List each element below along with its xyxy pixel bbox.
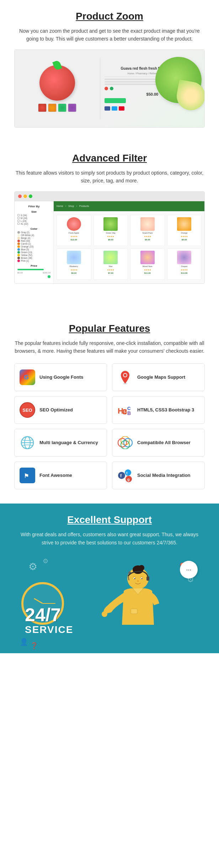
advanced-filter-title: Advanced Filter [14,153,205,164]
feature-font-awesome: ⚑ Font Awesome [14,462,107,489]
filter-window: Filter By Size S (34) M (24) L (24) XL (… [15,192,204,283]
nav-home[interactable]: Home [57,205,63,207]
color-brown[interactable]: Brown (30) [17,257,50,259]
color-red[interactable]: Red (33) [17,240,50,242]
filter-product-6[interactable]: Kiwi ★★★★ $7.00 [94,248,128,280]
color-pink[interactable]: Pink (1) [17,260,50,262]
fp8-name: Grapes [181,265,187,267]
fp6-name: Kiwi [109,265,112,267]
fp7-price: $11.00 [144,272,151,274]
svg-rect-36 [146,576,149,581]
filter-product-3[interactable]: Snack Pack ★★★★ $5.00 [130,215,165,246]
color-red[interactable] [105,87,108,90]
product-zoom-title: Product Zoom [14,11,205,22]
filter-main-content: Home › Shop › Products Fresh Apple ★★★★ … [54,201,204,283]
price-bar [17,269,44,270]
color-yellow[interactable]: Yellow (52) [17,254,50,256]
size-s[interactable]: S (34) [17,214,50,217]
nav-sep2: › [76,205,77,207]
fp6-price: $7.00 [108,272,113,274]
fp1-stars: ★★★★ [70,235,78,238]
size-l[interactable]: L (24) [17,220,50,222]
svg-rect-37 [131,609,137,614]
fp4-stars: ★★★★ [181,235,188,238]
tl-close[interactable] [18,195,22,198]
zoom-twitter[interactable] [112,106,117,111]
color-offwhite[interactable]: Off-White (4) [17,234,50,236]
filter-product-1[interactable]: Fresh Apple ★★★★ $12.00 [57,215,91,246]
color-orange[interactable]: Orange (15) [17,245,50,248]
price-min: $0.00 [17,272,23,274]
svg-point-33 [137,580,139,582]
checkbox-xl[interactable] [17,223,20,225]
zoom-pinterest[interactable] [119,106,124,111]
clock-minute-hand [43,603,55,604]
nav-shop[interactable]: Shop [68,205,74,207]
zoom-mockup: Guava red flesh fresh fruit plants tree … [15,50,204,127]
feature-google-maps: Google Maps Support [112,363,205,391]
filter-image-container: Filter By Size S (34) M (24) L (24) XL (… [14,191,205,284]
dot-offwhite [17,234,20,236]
color-green[interactable]: Green (13) [17,251,50,254]
nav-products[interactable]: Products [79,205,89,207]
zoom-add-to-cart[interactable] [105,98,126,103]
support-247-text: 24/7 SERVICE [25,606,73,635]
filter-sidebar: Filter By Size S (34) M (24) L (24) XL (… [15,201,54,283]
zoom-thumb-2 [48,103,57,112]
fp2-price: $8.00 [108,239,113,241]
checkbox-m[interactable] [17,217,20,219]
filter-product-4[interactable]: Orange ★★★★ $6.00 [167,215,202,246]
filter-product-7[interactable]: Mixed Nuts ★★★★ $11.00 [130,248,165,280]
checkbox-s[interactable] [17,214,20,216]
user-icon: 👤 [20,638,28,646]
filter-product-2[interactable]: Green Veg ★★★★ $8.00 [94,215,128,246]
guava-big [155,57,202,103]
dot-beige [17,237,20,239]
dot-orange [17,245,20,248]
svg-point-3 [124,374,127,377]
feature-multilang: Multi language & Currency [14,429,107,457]
clock-hour-hand [34,598,43,604]
product-zoom-section: Product Zoom Now you can zoom the produc… [0,0,219,135]
dot-brown [17,257,20,259]
color-beige[interactable]: Beige (4) [17,237,50,239]
size-xl[interactable]: XL (22) [17,223,50,225]
browser-label: Compatibile All Browser [137,440,191,446]
filter-product-5[interactable]: Blueberry ★★★★ $9.00 [57,248,91,280]
tl-minimize[interactable] [23,195,27,198]
fa-svg: ⚑ [22,470,33,481]
fp5-price: $9.00 [71,272,76,274]
globe-svg [20,436,34,450]
svg-text:5: 5 [124,410,126,414]
color-label: Color [17,227,50,230]
color-blue[interactable]: Blue (3) [17,248,50,251]
support-person [95,561,166,653]
person-svg [95,561,166,653]
support-desc: With great deals and offers, customers a… [14,531,205,547]
zoom-thumb-3 [58,103,66,112]
color-carrot[interactable]: Carrot (1) [17,243,50,245]
color-gray[interactable]: Gray (2) [17,231,50,234]
fp6-stars: ★★★★ [107,268,114,271]
fp3-img [140,217,155,231]
google-maps-icon-container [117,369,133,385]
html5-label: HTML5, CSS3 Bootstrap 3 [137,407,194,413]
product-zoom-desc: Now you can zoom the product and get to … [14,27,205,43]
price-handle[interactable] [48,275,50,278]
advanced-filter-desc: This feature allows visitors to simply s… [14,169,205,185]
feature-social: f t g Social Media Integration [112,462,205,489]
zoom-facebook[interactable] [105,106,110,111]
fp5-name: Blueberry [70,265,78,267]
price-label: Price [17,264,50,267]
tl-maximize[interactable] [29,195,32,198]
size-m[interactable]: M (24) [17,217,50,219]
filter-product-8[interactable]: Grapes ★★★★ $14.00 [167,248,202,280]
fp4-name: Orange [181,232,187,234]
maps-pin-svg [119,370,132,384]
spacer-1 [0,135,219,145]
zoom-overlay-fruit [155,57,202,103]
color-green[interactable] [110,87,113,90]
checkbox-l[interactable] [17,220,20,222]
svg-text:g: g [127,477,130,481]
price-range: $0.00 $180.00 [17,272,50,274]
